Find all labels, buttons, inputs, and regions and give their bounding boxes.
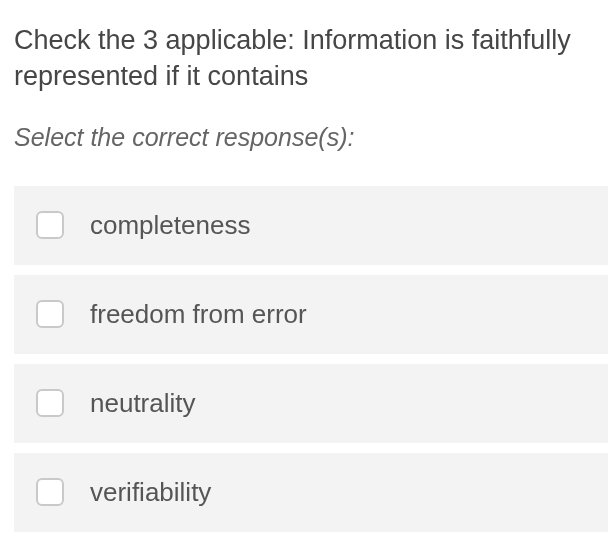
option-freedom-from-error[interactable]: freedom from error: [14, 275, 608, 354]
checkbox-icon[interactable]: [36, 478, 64, 506]
checkbox-icon[interactable]: [36, 300, 64, 328]
option-label: freedom from error: [90, 299, 307, 330]
checkbox-icon[interactable]: [36, 211, 64, 239]
option-verifiability[interactable]: verifiability: [14, 453, 608, 532]
prompt-text: Select the correct response(s):: [14, 123, 608, 152]
option-label: neutrality: [90, 388, 196, 419]
checkbox-icon[interactable]: [36, 389, 64, 417]
options-list: completeness freedom from error neutrali…: [14, 186, 608, 532]
option-label: completeness: [90, 210, 250, 241]
option-label: verifiability: [90, 477, 211, 508]
question-text: Check the 3 applicable: Information is f…: [14, 22, 608, 95]
option-neutrality[interactable]: neutrality: [14, 364, 608, 443]
option-completeness[interactable]: completeness: [14, 186, 608, 265]
